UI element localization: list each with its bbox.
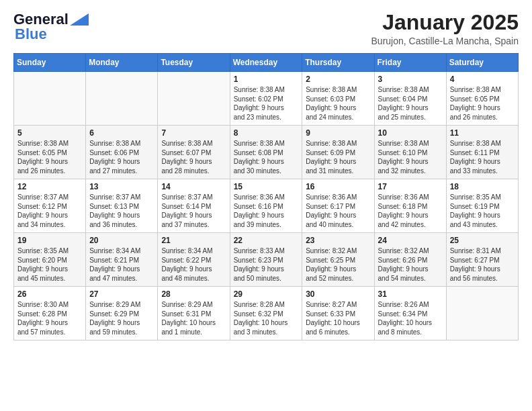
day-info: Sunrise: 8:38 AM Sunset: 6:05 PM Dayligh… (17, 139, 82, 175)
day-number: 16 (306, 182, 370, 191)
day-info: Sunrise: 8:38 AM Sunset: 6:09 PM Dayligh… (306, 139, 370, 175)
calendar-table: Sunday Monday Tuesday Wednesday Thursday… (13, 53, 519, 340)
day-number: 31 (378, 289, 443, 299)
day-number: 10 (378, 128, 443, 138)
day-info: Sunrise: 8:38 AM Sunset: 6:05 PM Dayligh… (450, 85, 515, 122)
calendar-cell: 18Sunrise: 8:35 AM Sunset: 6:19 PM Dayli… (446, 179, 518, 233)
day-number: 21 (161, 236, 226, 245)
day-info: Sunrise: 8:34 AM Sunset: 6:22 PM Dayligh… (161, 246, 226, 283)
calendar-cell: 24Sunrise: 8:32 AM Sunset: 6:26 PM Dayli… (374, 233, 446, 287)
day-number: 4 (450, 75, 515, 84)
day-number: 7 (161, 128, 226, 138)
calendar-cell (86, 72, 158, 126)
day-info: Sunrise: 8:37 AM Sunset: 6:13 PM Dayligh… (89, 193, 154, 229)
day-info: Sunrise: 8:35 AM Sunset: 6:20 PM Dayligh… (17, 246, 82, 283)
day-number: 14 (161, 182, 226, 191)
day-number: 5 (17, 128, 82, 138)
calendar-cell: 10Sunrise: 8:38 AM Sunset: 6:10 PM Dayli… (374, 126, 446, 179)
calendar-cell: 13Sunrise: 8:37 AM Sunset: 6:13 PM Dayli… (86, 179, 158, 233)
calendar-cell: 2Sunrise: 8:38 AM Sunset: 6:03 PM Daylig… (302, 72, 374, 126)
header: General Blue January 2025 Burujon, Casti… (13, 11, 519, 46)
day-number: 30 (306, 289, 370, 299)
calendar-cell: 23Sunrise: 8:32 AM Sunset: 6:25 PM Dayli… (302, 233, 374, 287)
day-info: Sunrise: 8:33 AM Sunset: 6:23 PM Dayligh… (234, 246, 299, 283)
day-number: 13 (89, 182, 154, 191)
day-number: 18 (450, 182, 515, 191)
day-info: Sunrise: 8:34 AM Sunset: 6:21 PM Dayligh… (89, 246, 154, 283)
calendar-cell: 31Sunrise: 8:26 AM Sunset: 6:34 PM Dayli… (374, 287, 446, 340)
page: General Blue January 2025 Burujon, Casti… (0, 0, 532, 354)
day-number: 25 (450, 236, 515, 245)
calendar-cell: 8Sunrise: 8:38 AM Sunset: 6:08 PM Daylig… (230, 126, 302, 179)
calendar-cell: 9Sunrise: 8:38 AM Sunset: 6:09 PM Daylig… (302, 126, 374, 179)
day-info: Sunrise: 8:38 AM Sunset: 6:04 PM Dayligh… (378, 85, 443, 122)
month-title: January 2025 (371, 11, 519, 34)
day-number: 1 (234, 75, 299, 84)
location-subtitle: Burujon, Castille-La Mancha, Spain (371, 36, 519, 46)
day-info: Sunrise: 8:36 AM Sunset: 6:18 PM Dayligh… (378, 193, 443, 229)
calendar-cell: 1Sunrise: 8:38 AM Sunset: 6:02 PM Daylig… (230, 72, 302, 126)
col-friday: Friday (374, 54, 446, 72)
day-info: Sunrise: 8:27 AM Sunset: 6:33 PM Dayligh… (306, 300, 370, 336)
day-info: Sunrise: 8:35 AM Sunset: 6:19 PM Dayligh… (450, 193, 515, 229)
calendar-cell: 4Sunrise: 8:38 AM Sunset: 6:05 PM Daylig… (446, 72, 518, 126)
day-info: Sunrise: 8:32 AM Sunset: 6:26 PM Dayligh… (378, 246, 443, 283)
day-number: 8 (234, 128, 299, 138)
calendar-cell: 19Sunrise: 8:35 AM Sunset: 6:20 PM Dayli… (14, 233, 86, 287)
calendar-cell: 17Sunrise: 8:36 AM Sunset: 6:18 PM Dayli… (374, 179, 446, 233)
day-info: Sunrise: 8:31 AM Sunset: 6:27 PM Dayligh… (450, 246, 515, 283)
calendar-cell: 7Sunrise: 8:38 AM Sunset: 6:07 PM Daylig… (158, 126, 230, 179)
day-info: Sunrise: 8:38 AM Sunset: 6:02 PM Dayligh… (234, 85, 299, 122)
day-number: 17 (378, 182, 443, 191)
calendar-cell: 16Sunrise: 8:36 AM Sunset: 6:17 PM Dayli… (302, 179, 374, 233)
calendar-cell: 12Sunrise: 8:37 AM Sunset: 6:12 PM Dayli… (14, 179, 86, 233)
day-number: 2 (306, 75, 370, 84)
day-info: Sunrise: 8:38 AM Sunset: 6:06 PM Dayligh… (89, 139, 154, 175)
day-number: 23 (306, 236, 370, 245)
logo: General Blue (13, 11, 89, 43)
day-info: Sunrise: 8:29 AM Sunset: 6:29 PM Dayligh… (89, 300, 154, 336)
day-info: Sunrise: 8:38 AM Sunset: 6:08 PM Dayligh… (234, 139, 299, 175)
col-tuesday: Tuesday (158, 54, 230, 72)
day-number: 6 (89, 128, 154, 138)
calendar-cell: 3Sunrise: 8:38 AM Sunset: 6:04 PM Daylig… (374, 72, 446, 126)
day-number: 22 (234, 236, 299, 245)
day-info: Sunrise: 8:37 AM Sunset: 6:12 PM Dayligh… (17, 193, 82, 229)
calendar-cell (14, 72, 86, 126)
calendar-cell: 22Sunrise: 8:33 AM Sunset: 6:23 PM Dayli… (230, 233, 302, 287)
day-info: Sunrise: 8:28 AM Sunset: 6:32 PM Dayligh… (234, 300, 299, 336)
day-info: Sunrise: 8:36 AM Sunset: 6:17 PM Dayligh… (306, 193, 370, 229)
day-number: 19 (17, 236, 82, 245)
title-block: January 2025 Burujon, Castille-La Mancha… (371, 11, 519, 46)
col-saturday: Saturday (446, 54, 518, 72)
day-number: 9 (306, 128, 370, 138)
day-info: Sunrise: 8:38 AM Sunset: 6:07 PM Dayligh… (161, 139, 226, 175)
calendar-cell: 26Sunrise: 8:30 AM Sunset: 6:28 PM Dayli… (14, 287, 86, 340)
day-info: Sunrise: 8:38 AM Sunset: 6:03 PM Dayligh… (306, 85, 370, 122)
calendar-cell: 11Sunrise: 8:38 AM Sunset: 6:11 PM Dayli… (446, 126, 518, 179)
col-wednesday: Wednesday (230, 54, 302, 72)
calendar-cell: 30Sunrise: 8:27 AM Sunset: 6:33 PM Dayli… (302, 287, 374, 340)
day-info: Sunrise: 8:32 AM Sunset: 6:25 PM Dayligh… (306, 246, 370, 283)
logo-icon (70, 13, 89, 26)
calendar-cell (158, 72, 230, 126)
day-number: 15 (234, 182, 299, 191)
calendar-cell: 6Sunrise: 8:38 AM Sunset: 6:06 PM Daylig… (86, 126, 158, 179)
day-number: 20 (89, 236, 154, 245)
col-sunday: Sunday (14, 54, 86, 72)
day-number: 3 (378, 75, 443, 84)
calendar-cell (446, 287, 518, 340)
calendar-cell: 28Sunrise: 8:29 AM Sunset: 6:31 PM Dayli… (158, 287, 230, 340)
calendar-cell: 21Sunrise: 8:34 AM Sunset: 6:22 PM Dayli… (158, 233, 230, 287)
calendar-cell: 27Sunrise: 8:29 AM Sunset: 6:29 PM Dayli… (86, 287, 158, 340)
day-info: Sunrise: 8:36 AM Sunset: 6:16 PM Dayligh… (234, 193, 299, 229)
day-number: 28 (161, 289, 226, 299)
day-info: Sunrise: 8:38 AM Sunset: 6:11 PM Dayligh… (450, 139, 515, 175)
day-info: Sunrise: 8:26 AM Sunset: 6:34 PM Dayligh… (378, 300, 443, 336)
calendar-cell: 5Sunrise: 8:38 AM Sunset: 6:05 PM Daylig… (14, 126, 86, 179)
calendar-cell: 20Sunrise: 8:34 AM Sunset: 6:21 PM Dayli… (86, 233, 158, 287)
calendar-cell: 14Sunrise: 8:37 AM Sunset: 6:14 PM Dayli… (158, 179, 230, 233)
day-number: 12 (17, 182, 82, 191)
day-number: 24 (378, 236, 443, 245)
calendar-cell: 25Sunrise: 8:31 AM Sunset: 6:27 PM Dayli… (446, 233, 518, 287)
